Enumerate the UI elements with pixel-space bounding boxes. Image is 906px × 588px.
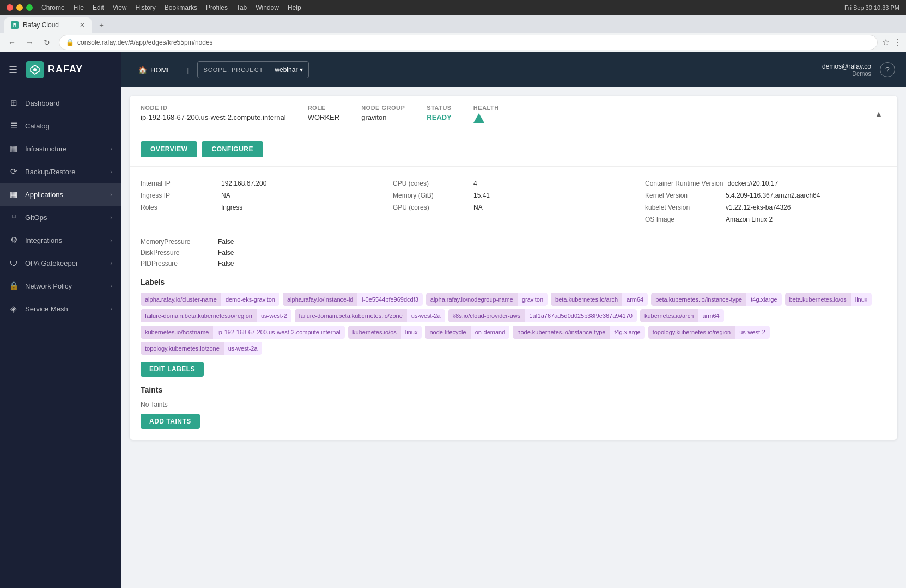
sidebar-item-network-policy[interactable]: 🔒 Network Policy › xyxy=(0,274,121,297)
label-value: arm64 xyxy=(698,309,723,322)
label-tag: k8s.io/cloud-provider-aws1af1a767ad5d0d0… xyxy=(448,309,637,322)
labels-container: alpha.rafay.io/cluster-namedemo-eks-grav… xyxy=(141,293,886,355)
sidebar-item-gitops[interactable]: ⑂ GitOps › xyxy=(0,206,121,229)
label-value: us-west-2 xyxy=(735,326,770,339)
label-value: ip-192-168-67-200.us-west-2.compute.inte… xyxy=(213,326,345,339)
gpu-value: NA xyxy=(473,204,483,211)
collapse-btn[interactable]: ▲ xyxy=(871,106,886,121)
memory-pressure-row: MemoryPressure False xyxy=(141,236,886,247)
status-item: Status READY xyxy=(427,105,452,123)
gpu-row: GPU (cores) NA xyxy=(393,201,634,213)
logo-text: RAFAY xyxy=(48,64,83,75)
disk-pressure-row: DiskPressure False xyxy=(141,247,886,258)
mac-menu-bookmarks[interactable]: Bookmarks xyxy=(165,4,197,11)
add-taints-button[interactable]: ADD TAINTS xyxy=(141,414,200,429)
main-header: 🏠 HOME | SCOPE: PROJECT webinar ▾ demos@… xyxy=(121,52,906,87)
cpu-row: CPU (cores) 4 xyxy=(393,177,634,189)
header-right: demos@rafay.co Demos ? xyxy=(822,62,895,77)
bookmark-btn[interactable]: ☆ xyxy=(882,37,890,47)
sidebar-item-service-mesh[interactable]: ◈ Service Mesh › xyxy=(0,297,121,320)
browser-tab-rafay[interactable]: R Rafay Cloud ✕ xyxy=(4,17,92,33)
node-id-label: Node ID xyxy=(141,105,286,111)
refresh-btn[interactable]: ↻ xyxy=(39,35,54,50)
mac-menu-profiles[interactable]: Profiles xyxy=(206,4,228,11)
node-group-item: Node Group graviton xyxy=(361,105,405,123)
home-button[interactable]: 🏠 HOME xyxy=(132,63,178,77)
disk-pressure-value: False xyxy=(218,249,234,256)
chevron-right-icon: › xyxy=(110,237,112,243)
sidebar-item-dashboard[interactable]: ⊞ Dashboard xyxy=(0,91,121,114)
sidebar-item-applications[interactable]: ▦ Applications › xyxy=(0,183,121,206)
conditions-section: MemoryPressure False DiskPressure False … xyxy=(130,236,897,278)
mac-menu-file[interactable]: File xyxy=(74,4,84,11)
mac-menu-history[interactable]: History xyxy=(136,4,156,11)
label-tag: kubernetes.io/archarm64 xyxy=(640,309,724,322)
label-value: us-west-2a xyxy=(407,309,445,322)
sidebar-item-infrastructure[interactable]: ▦ Infrastructure › xyxy=(0,137,121,160)
configure-button[interactable]: CONFIGURE xyxy=(202,141,263,157)
label-value: graviton xyxy=(518,293,548,306)
cpu-label: CPU (cores) xyxy=(393,180,469,187)
back-btn[interactable]: ← xyxy=(4,35,20,50)
sidebar-item-catalog[interactable]: ☰ Catalog xyxy=(0,114,121,137)
mac-menu-edit[interactable]: Edit xyxy=(93,4,104,11)
sidebar-item-label: Dashboard xyxy=(25,99,112,107)
mac-menu-window[interactable]: Window xyxy=(256,4,279,11)
label-tag: beta.kubernetes.io/oslinux xyxy=(785,293,872,306)
mac-datetime: Fri Sep 30 10:33 PM xyxy=(844,4,899,11)
sidebar-item-integrations[interactable]: ⚙ Integrations › xyxy=(0,229,121,252)
label-key: kubernetes.io/os xyxy=(348,326,401,339)
integrations-icon: ⚙ xyxy=(9,235,19,245)
label-key: topology.kubernetes.io/region xyxy=(648,326,735,339)
internal-ip-value: 192.168.67.200 xyxy=(221,180,266,187)
mac-window-controls[interactable] xyxy=(7,4,33,11)
action-buttons: OVERVIEW CONFIGURE xyxy=(130,132,897,167)
kernel-row: Kernel Version 5.4.209-116.367.amzn2.aar… xyxy=(645,189,886,201)
mac-maximize-btn[interactable] xyxy=(26,4,33,11)
sidebar-item-label: Backup/Restore xyxy=(25,168,104,176)
new-tab-btn[interactable]: + xyxy=(94,17,109,33)
label-tag: failure-domain.beta.kubernetes.io/zoneus… xyxy=(295,309,445,322)
edit-labels-button[interactable]: EDIT LABELS xyxy=(141,362,204,377)
os-image-row: OS Image Amazon Linux 2 xyxy=(645,213,886,225)
mac-menu-help[interactable]: Help xyxy=(288,4,301,11)
label-tag: topology.kubernetes.io/regionus-west-2 xyxy=(648,326,770,339)
label-key: failure-domain.beta.kubernetes.io/region xyxy=(141,309,257,322)
os-image-label: OS Image xyxy=(645,216,721,223)
overview-button[interactable]: OVERVIEW xyxy=(141,141,197,157)
sidebar-item-label: OPA Gatekeeper xyxy=(25,259,104,267)
user-email: demos@rafay.co xyxy=(822,63,871,70)
labels-title: Labels xyxy=(141,278,886,286)
kernel-value: 5.4.209-116.367.amzn2.aarch64 xyxy=(726,192,820,199)
label-tag: beta.kubernetes.io/archarm64 xyxy=(551,293,648,306)
label-key: failure-domain.beta.kubernetes.io/zone xyxy=(295,309,407,322)
label-key: beta.kubernetes.io/os xyxy=(785,293,851,306)
svg-point-1 xyxy=(33,68,37,71)
label-value: us-west-2 xyxy=(257,309,291,322)
scope-value-btn[interactable]: webinar ▾ xyxy=(269,62,308,78)
sidebar-item-opa[interactable]: 🛡 OPA Gatekeeper › xyxy=(0,252,121,274)
label-tag: node-lifecycleon-demand xyxy=(425,326,509,339)
help-button[interactable]: ? xyxy=(880,62,895,77)
mac-menu-view[interactable]: View xyxy=(113,4,127,11)
url-bar[interactable]: 🔒 console.rafay.dev/#/app/edges/kre55pm/… xyxy=(59,35,878,50)
label-key: node-lifecycle xyxy=(425,326,470,339)
network-icon: 🔒 xyxy=(9,281,19,291)
sidebar-item-label: GitOps xyxy=(25,213,104,222)
scope-value-text: webinar xyxy=(275,66,297,74)
forward-btn[interactable]: → xyxy=(22,35,37,50)
cpu-value: 4 xyxy=(473,180,477,187)
mac-menu-tab[interactable]: Tab xyxy=(236,4,247,11)
gitops-icon: ⑂ xyxy=(9,212,19,222)
sidebar-item-backup[interactable]: ⟳ Backup/Restore › xyxy=(0,160,121,183)
browser-menu-btn[interactable]: ⋮ xyxy=(893,37,902,47)
label-key: beta.kubernetes.io/arch xyxy=(551,293,622,306)
mac-close-btn[interactable] xyxy=(7,4,13,11)
gpu-label: GPU (cores) xyxy=(393,204,469,211)
hamburger-menu[interactable]: ☰ xyxy=(9,64,17,76)
label-key: kubernetes.io/arch xyxy=(640,309,698,322)
browser-tab-close[interactable]: ✕ xyxy=(80,21,85,29)
mac-minimize-btn[interactable] xyxy=(16,4,23,11)
label-key: alpha.rafay.io/cluster-name xyxy=(141,293,221,306)
url-text: console.rafay.dev/#/app/edges/kre55pm/no… xyxy=(77,39,213,46)
